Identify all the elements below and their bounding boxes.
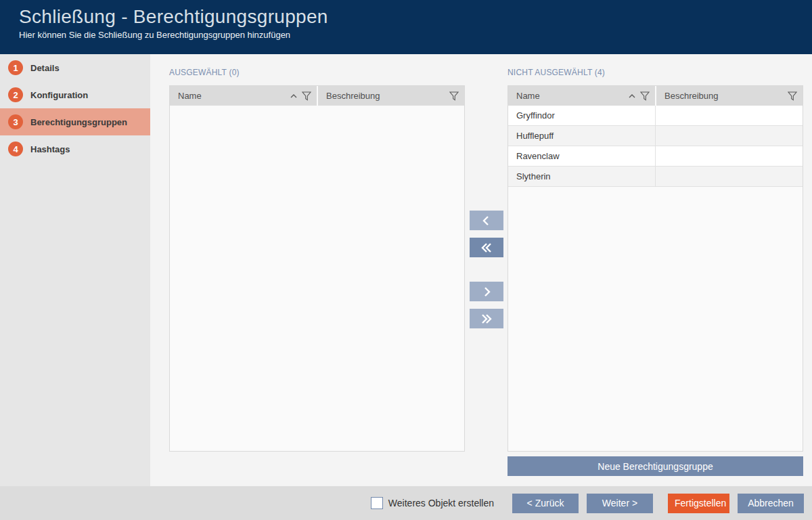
finish-button[interactable]: Fertigstellen — [668, 494, 729, 513]
sidebar-item-label: Konfiguration — [30, 90, 88, 100]
sidebar-item-label: Details — [30, 63, 60, 73]
wizard-step-sidebar: 1 Details 2 Konfiguration 3 Berechtigung… — [0, 54, 150, 486]
move-right-button[interactable] — [470, 282, 503, 301]
move-left-button[interactable] — [470, 211, 503, 230]
sidebar-item-hashtags[interactable]: 4 Hashtags — [0, 135, 150, 162]
move-all-right-button[interactable] — [470, 309, 503, 328]
table-row[interactable]: Gryffindor — [508, 106, 803, 126]
row-description-cell — [656, 146, 803, 166]
step-number-badge: 4 — [8, 142, 23, 156]
filter-icon[interactable] — [788, 91, 797, 101]
sidebar-item-details[interactable]: 1 Details — [0, 54, 150, 81]
unselected-table: Name Beschreibung Gryffindor Hufflepuff … — [508, 85, 803, 452]
column-header-label: Beschreibung — [326, 91, 380, 101]
table-row[interactable]: Slytherin — [508, 167, 803, 187]
step-number-badge: 1 — [8, 60, 23, 75]
chevron-left-icon — [480, 215, 493, 226]
row-name-cell: Ravenclaw — [508, 146, 656, 166]
filter-icon[interactable] — [449, 91, 459, 101]
selected-table-header: Name Beschreibung — [170, 86, 464, 106]
filter-icon[interactable] — [302, 91, 311, 101]
sidebar-item-berechtigungsgruppen[interactable]: 3 Berechtigungsgruppen — [0, 108, 150, 135]
main-content: AUSGEWÄHLT (0) NICHT AUSGEWÄHLT (4) Name… — [150, 54, 812, 486]
new-permission-group-button[interactable]: Neue Berechtigungsgruppe — [508, 456, 803, 476]
checkbox-label: Weiteres Objekt erstellen — [388, 498, 494, 508]
column-header-name[interactable]: Name — [508, 86, 655, 106]
back-button[interactable]: < Zurück — [512, 494, 579, 513]
next-button[interactable]: Weiter > — [587, 494, 653, 513]
column-header-name[interactable]: Name — [170, 86, 317, 106]
transfer-button-group — [470, 211, 503, 328]
column-header-label: Name — [178, 91, 202, 101]
step-number-badge: 2 — [8, 87, 23, 102]
sidebar-item-label: Hashtags — [30, 144, 70, 154]
unselected-table-header: Name Beschreibung — [508, 86, 803, 106]
double-chevron-right-icon — [480, 313, 493, 324]
table-row[interactable]: Hufflepuff — [508, 126, 803, 146]
row-description-cell — [656, 106, 803, 125]
sidebar-item-label: Berechtigungsgruppen — [30, 117, 127, 127]
double-chevron-left-icon — [480, 242, 493, 253]
create-another-object-checkbox-group[interactable]: Weiteres Objekt erstellen — [371, 497, 494, 509]
sort-ascending-icon[interactable] — [629, 94, 635, 98]
wizard-header: Schließung - Berechtigungsgruppen Hier k… — [0, 0, 812, 54]
selected-table: Name Beschreibung — [169, 85, 465, 452]
filter-icon[interactable] — [640, 91, 650, 101]
chevron-right-icon — [480, 286, 493, 297]
column-header-description[interactable]: Beschreibung — [656, 86, 803, 106]
row-name-cell: Gryffindor — [508, 106, 656, 125]
wizard-footer: Weiteres Objekt erstellen < Zurück Weite… — [0, 486, 812, 520]
row-name-cell: Hufflepuff — [508, 126, 656, 146]
cancel-button[interactable]: Abbrechen — [738, 494, 804, 513]
page-subtitle: Hier können Sie die Schließung zu Berech… — [19, 30, 812, 40]
sort-ascending-icon[interactable] — [290, 94, 297, 98]
column-header-description[interactable]: Beschreibung — [318, 86, 464, 106]
page-title: Schließung - Berechtigungsgruppen — [19, 6, 812, 28]
sidebar-item-konfiguration[interactable]: 2 Konfiguration — [0, 81, 150, 108]
table-row[interactable]: Ravenclaw — [508, 146, 803, 167]
column-header-label: Beschreibung — [664, 91, 719, 101]
unselected-panel-label: NICHT AUSGEWÄHLT (4) — [508, 68, 605, 77]
selected-panel-label: AUSGEWÄHLT (0) — [169, 68, 240, 77]
move-all-left-button[interactable] — [470, 238, 503, 257]
column-header-label: Name — [516, 91, 540, 101]
row-name-cell: Slytherin — [508, 167, 656, 186]
step-number-badge: 3 — [8, 114, 23, 129]
row-description-cell — [656, 167, 803, 186]
create-another-object-checkbox[interactable] — [371, 497, 383, 509]
row-description-cell — [656, 126, 803, 146]
